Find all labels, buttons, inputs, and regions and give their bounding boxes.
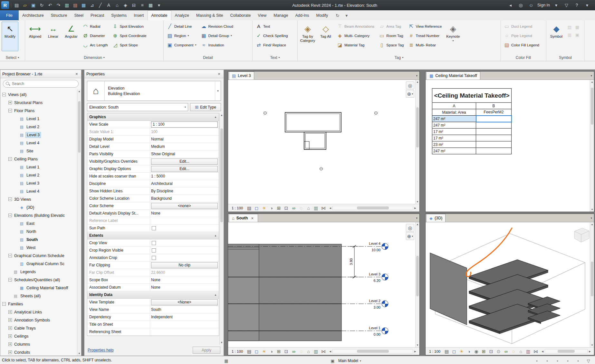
section-icon[interactable]: ⊟: [130, 1, 138, 9]
scroll-thumb[interactable]: [357, 206, 389, 209]
tree-item-3d[interactable]: ◈{3D}: [0, 203, 81, 211]
scroll-thumb[interactable]: [416, 107, 419, 148]
ribbon-button-insulation[interactable]: ≈Insulation: [199, 40, 235, 50]
property-value[interactable]: 1 : 5000: [150, 173, 219, 180]
shadows-icon[interactable]: ◑: [268, 205, 275, 211]
sun-path-icon[interactable]: ☀: [458, 348, 465, 355]
collapse-toggle-icon[interactable]: −: [8, 214, 12, 217]
tree-item-graphical-column-schedule[interactable]: −Graphical Column Schedule: [0, 252, 81, 260]
expand-toggle-icon[interactable]: +: [8, 310, 12, 314]
property-value[interactable]: South: [150, 306, 219, 313]
ribbon-button-detail-group[interactable]: ▦Detail Group▾: [199, 31, 235, 40]
lock-orientation-icon[interactable]: ⊙: [495, 348, 502, 355]
section-collapse-icon[interactable]: ▲: [214, 116, 217, 119]
navigation-wheel-button[interactable]: ◎: [406, 81, 414, 89]
render-icon[interactable]: ◉: [473, 348, 480, 355]
tree-item-level-4[interactable]: ▤Level 4: [0, 187, 81, 195]
temporary-view-properties-icon[interactable]: ▥: [525, 348, 532, 355]
analytical-model-icon[interactable]: ⋈: [532, 348, 539, 355]
property-value[interactable]: <None>: [150, 299, 219, 306]
property-value[interactable]: None: [150, 210, 219, 217]
scroll-down-icon[interactable]: ▼: [77, 351, 81, 356]
ribbon-button-symbol[interactable]: ◆Symbol: [548, 22, 565, 51]
temporary-hide-icon[interactable]: ∞: [290, 205, 297, 211]
show-crop-icon[interactable]: ⊡: [488, 348, 494, 355]
ribbon-button-keynote[interactable]: ◈Keynote▾: [445, 22, 461, 51]
scroll-thumb[interactable]: [558, 350, 574, 353]
reveal-hidden-icon[interactable]: ◌: [298, 205, 304, 211]
scroll-down-icon[interactable]: ▼: [590, 343, 594, 347]
properties-help-link[interactable]: Properties help: [88, 348, 114, 352]
tree-item-site[interactable]: ▤Site: [0, 147, 81, 155]
ribbon-button-detail-line[interactable]: ╱Detail Line: [165, 22, 198, 31]
user-icon[interactable]: ☺: [527, 1, 535, 9]
scroll-left-icon[interactable]: ◄: [328, 206, 332, 210]
tree-item-level-2[interactable]: ▤Level 2: [0, 171, 81, 179]
ribbon-tab-modify[interactable]: Modify: [313, 10, 332, 20]
viewport-menu-icon[interactable]: ▾: [590, 74, 592, 77]
revit-app-button[interactable]: R: [1, 1, 9, 9]
view-tab-south[interactable]: ⌂ South ×: [229, 214, 258, 222]
tree-item-sheets-all[interactable]: ▤Sheets (all): [0, 292, 81, 300]
schedule-cell-area[interactable]: 17 m²: [432, 129, 476, 135]
tree-item-columns[interactable]: +Columns: [0, 340, 81, 348]
property-value[interactable]: Medium: [150, 143, 219, 150]
ribbon-tab-massing-site[interactable]: Massing & Site: [193, 10, 226, 20]
expand-toggle-icon[interactable]: +: [8, 101, 12, 104]
temporary-view-properties-icon[interactable]: ▥: [312, 348, 319, 355]
scroll-up-icon[interactable]: ▲: [220, 113, 224, 117]
schedule-scrollbar[interactable]: ▲▼: [590, 80, 594, 212]
property-value[interactable]: [150, 239, 219, 246]
panel-label-symbol[interactable]: Symbol: [546, 54, 584, 61]
scroll-down-icon[interactable]: ▼: [416, 200, 419, 204]
scroll-down-icon[interactable]: ▼: [220, 340, 224, 345]
ribbon-button-tag-all[interactable]: ◇Tag All: [317, 22, 334, 51]
ribbon-tab-systems[interactable]: Systems: [108, 10, 130, 20]
schedule-cell-area[interactable]: 17 m²: [432, 135, 476, 141]
panel-label-colorfill[interactable]: Color Fill: [501, 54, 546, 61]
close-view-icon[interactable]: ×: [250, 216, 255, 221]
ribbon-tab-precast[interactable]: Precast: [87, 10, 108, 20]
chevron-down-icon[interactable]: ▾: [215, 81, 221, 101]
ribbon-button-check-spelling[interactable]: ✓Check Spelling: [254, 31, 290, 40]
ribbon-button-arc-length[interactable]: ◡Arc Length: [81, 40, 110, 50]
tree-item-annotation-symbols[interactable]: +Annotation Symbols: [0, 316, 81, 324]
tree-item-north[interactable]: ▤North: [0, 227, 81, 235]
value-button[interactable]: No clip: [151, 262, 218, 268]
ribbon-button-component[interactable]: ▣Component▾: [165, 40, 198, 50]
view-scale-label[interactable]: 1 : 100: [427, 350, 443, 353]
ribbon-tab-add-ins[interactable]: Add-Ins: [292, 10, 312, 20]
schedule-cell-fees[interactable]: [476, 116, 512, 122]
scroll-track[interactable]: [77, 93, 81, 351]
schedule-icon[interactable]: ▦: [147, 1, 155, 9]
property-value[interactable]: Edit...: [150, 158, 219, 165]
signin-dropdown-icon[interactable]: ▾: [552, 1, 560, 9]
schedule-cell-area[interactable]: 23 m²: [432, 141, 476, 148]
scroll-track[interactable]: [416, 226, 419, 343]
property-value[interactable]: 100: [150, 128, 219, 135]
ribbon-button-spot-slope[interactable]: ◿Spot Slope: [111, 40, 148, 50]
ribbon-button-tread-number[interactable]: #Tread Number: [407, 31, 443, 40]
property-value[interactable]: None: [150, 284, 219, 291]
expand-toggle-icon[interactable]: +: [8, 350, 12, 354]
schedule-cell-fees[interactable]: [476, 122, 512, 129]
edit-type-button[interactable]: ⊞ Edit Type: [190, 103, 221, 111]
schedule-cell-area[interactable]: 247 m²: [432, 116, 476, 122]
collapse-toggle-icon[interactable]: −: [2, 93, 6, 96]
schedule-canvas[interactable]: <Ceiling Material Takeoff>ABMaterial: Ar…: [426, 80, 594, 212]
ribbon-cycle-icon[interactable]: ↻: [333, 12, 341, 19]
scroll-right-icon[interactable]: ►: [413, 350, 417, 353]
scroll-track[interactable]: [416, 84, 419, 200]
design-options-control[interactable]: ▣Main Model▾: [329, 357, 361, 364]
print-icon[interactable]: ▥: [63, 1, 71, 9]
tree-item-level-1[interactable]: ▤Level 1: [0, 163, 81, 171]
property-value[interactable]: [150, 254, 219, 261]
ribbon-button-spot-elevation[interactable]: ⇩Spot Elevation: [111, 22, 148, 31]
schedule-cell-fees[interactable]: [476, 148, 512, 154]
filter-icon[interactable]: ▽: [584, 357, 592, 364]
scroll-down-icon[interactable]: ▼: [416, 343, 419, 347]
sun-path-icon[interactable]: ☀: [261, 348, 267, 355]
ribbon-button-tag-by-category[interactable]: ◈Tag by Category: [299, 22, 316, 51]
panel-label-text[interactable]: Text▾: [253, 54, 297, 61]
qat-customize-icon[interactable]: ▾: [155, 1, 163, 9]
